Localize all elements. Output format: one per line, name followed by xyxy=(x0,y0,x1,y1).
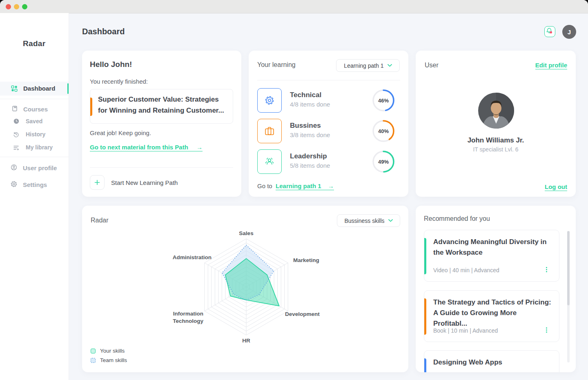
sidebar-item-user-profile[interactable]: User profile xyxy=(0,162,69,176)
sidebar: Radar Dashboard Courses xyxy=(0,13,69,380)
next-material-link[interactable]: Go to next material from this Path→ xyxy=(90,144,203,151)
user-card: User Edit profile John Williams Jr. IT s… xyxy=(416,51,576,197)
maximize-window-button[interactable] xyxy=(22,4,27,9)
svg-text:InformationTechnology: InformationTechnology xyxy=(173,311,203,324)
goto-path-link-label: Learning path 1 xyxy=(276,182,321,189)
card-divider xyxy=(90,167,233,168)
item-menu-button[interactable] xyxy=(544,327,548,334)
people-icon xyxy=(262,154,277,169)
sidebar-item-settings[interactable]: Settings xyxy=(0,178,69,192)
gear-icon xyxy=(11,181,17,187)
recommended-item[interactable]: The Strategy and Tactics of Pricing: A G… xyxy=(424,290,559,342)
app-window: Radar Dashboard Courses xyxy=(0,0,588,380)
learning-item-progress: 4/8 items done xyxy=(290,101,330,108)
edit-profile-link[interactable]: Edit profile xyxy=(535,62,567,69)
logout-link[interactable]: Log out xyxy=(545,183,567,191)
sidebar-item-label: User profile xyxy=(23,164,57,171)
learning-item-progress: 3/8 items done xyxy=(290,131,330,138)
legend-label: Team skills xyxy=(100,357,127,363)
legend-label: Your skills xyxy=(100,348,125,354)
bell-icon xyxy=(544,26,554,36)
page-title: Dashboard xyxy=(82,27,125,36)
greeting-title: Hello John! xyxy=(90,60,132,69)
learning-item-progress: 5/8 items done xyxy=(290,162,330,169)
grid-icon xyxy=(11,85,18,92)
svg-text:46%: 46% xyxy=(378,98,389,104)
learning-card-title: Your learning xyxy=(257,61,296,69)
chart-legend: Your skills Team skills xyxy=(91,348,127,367)
item-accent-bar xyxy=(424,238,426,274)
gear-icon xyxy=(262,93,277,108)
technical-icon-box xyxy=(257,88,282,113)
svg-text:Sales: Sales xyxy=(239,230,253,236)
recommended-item-title: The Strategy and Tactics of Pricing: A G… xyxy=(433,297,552,329)
learning-item-name: Leadership xyxy=(290,152,327,160)
progress-ring: 46% xyxy=(372,89,395,112)
item-accent-bar xyxy=(424,298,426,335)
skills-dropdown-value: Bussiness skills xyxy=(344,218,384,224)
app-logo: Radar xyxy=(23,39,45,48)
history-icon xyxy=(13,131,19,138)
progress-ring: 49% xyxy=(372,150,395,173)
sidebar-item-label: Courses xyxy=(23,106,48,113)
start-new-path-label: Start New Learning Path xyxy=(111,179,178,186)
user-role: IT specialist Lvl. 6 xyxy=(416,146,576,153)
recommended-card: Recommended for you Advancing Meaningful… xyxy=(416,206,576,372)
learning-item-name: Bussines xyxy=(290,122,321,130)
learning-item-bussines[interactable]: Bussines 3/8 items done 40% xyxy=(257,119,400,143)
sidebar-item-history[interactable]: History xyxy=(0,129,69,143)
learning-item-leadership[interactable]: Leadership 5/8 items done 49% xyxy=(257,149,400,174)
legend-item-team-skills: Team skills xyxy=(91,357,127,363)
sidebar-item-label: History xyxy=(26,131,45,138)
sidebar-item-label: Saved xyxy=(26,118,42,124)
learning-path-dropdown[interactable]: Learning path 1 xyxy=(336,59,400,72)
recommended-item[interactable]: Advancing Meaningful Diversity in the Wo… xyxy=(424,230,559,282)
sidebar-divider xyxy=(0,157,69,157)
radar-card-title: Radar xyxy=(91,217,109,224)
sidebar-item-my-library[interactable]: My library xyxy=(0,142,69,156)
sidebar-divider xyxy=(0,99,69,99)
recent-course-title: Superior Customer Value: Strategies for … xyxy=(98,94,225,116)
recommended-item-title: Designing Web Apps xyxy=(433,357,552,368)
legend-item-your-skills: Your skills xyxy=(91,348,127,354)
recommended-item-meta: Video | 40 min | Advanced xyxy=(433,267,499,273)
notifications-button[interactable] xyxy=(544,26,555,37)
item-menu-button[interactable] xyxy=(544,266,548,273)
sidebar-item-saved[interactable]: Saved xyxy=(0,116,69,130)
user-name: John Williams Jr. xyxy=(416,136,576,144)
team-skills-swatch xyxy=(91,358,96,363)
next-material-link-row: Go to next material from this Path→ xyxy=(90,144,203,151)
user-icon xyxy=(11,164,17,171)
sidebar-item-dashboard[interactable]: Dashboard xyxy=(0,82,69,96)
arrow-right-icon: → xyxy=(328,182,334,189)
svg-text:49%: 49% xyxy=(378,159,389,165)
avatar-initial: J xyxy=(568,29,571,36)
goto-path-link[interactable]: Learning path 1→ xyxy=(276,182,334,190)
plus-icon xyxy=(94,180,100,185)
recent-course-card[interactable]: Superior Customer Value: Strategies for … xyxy=(90,89,233,124)
sidebar-item-courses[interactable]: Courses xyxy=(0,103,69,117)
recommended-card-title: Recommended for you xyxy=(424,215,490,222)
learning-card: Your learning Learning path 1 Technical … xyxy=(249,51,408,197)
svg-text:Administration: Administration xyxy=(173,254,212,260)
sidebar-item-label: Settings xyxy=(23,181,47,188)
chevron-down-icon xyxy=(388,64,392,67)
bussines-icon-box xyxy=(257,119,282,143)
next-material-link-label: Go to next material from this Path xyxy=(90,144,188,151)
book-icon xyxy=(11,105,18,112)
leadership-icon-box xyxy=(257,149,282,174)
close-window-button[interactable] xyxy=(6,4,11,9)
svg-text:Development: Development xyxy=(285,311,320,317)
titlebar xyxy=(0,0,588,13)
card-divider xyxy=(257,80,400,80)
start-new-path-button[interactable] xyxy=(90,175,105,190)
greeting-subtitle: You recently finished: xyxy=(90,78,148,85)
your-skills-swatch xyxy=(91,349,96,353)
recommended-item[interactable]: Designing Web Apps xyxy=(424,350,559,372)
avatar[interactable]: J xyxy=(562,25,576,39)
learning-item-technical[interactable]: Technical 4/8 items done 46% xyxy=(257,88,400,113)
arrow-right-icon: → xyxy=(196,144,203,151)
minimize-window-button[interactable] xyxy=(14,4,19,9)
scrollbar-thumb[interactable] xyxy=(567,231,570,305)
skills-dropdown[interactable]: Bussiness skills xyxy=(337,214,400,227)
